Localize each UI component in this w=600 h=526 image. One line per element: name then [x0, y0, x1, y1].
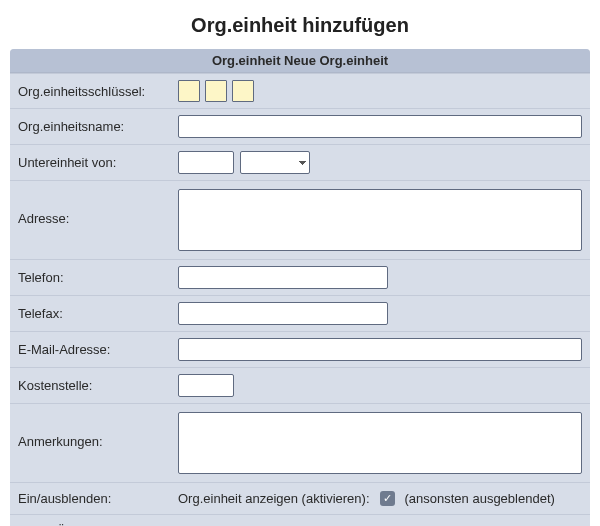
visibility-suffix: (ansonsten ausgeblendet): [405, 491, 555, 506]
fax-input[interactable]: [178, 302, 388, 325]
key-box-1[interactable]: [178, 80, 200, 102]
row-phone: Telefon:: [10, 259, 590, 295]
row-lastchange: Letzte Änderung Die Daten wurden bisher …: [10, 514, 590, 526]
key-box-2[interactable]: [205, 80, 227, 102]
row-costcenter: Kostenstelle:: [10, 367, 590, 403]
field-key: [178, 80, 582, 102]
row-email: E-Mail-Adresse:: [10, 331, 590, 367]
visibility-checkbox[interactable]: ✓: [380, 491, 395, 506]
label-name: Org.einheitsname:: [18, 119, 178, 134]
label-subunit: Untereinheit von:: [18, 155, 178, 170]
notes-textarea[interactable]: [178, 412, 582, 474]
page-title: Org.einheit hinzufügen: [10, 14, 590, 37]
row-fax: Telefax:: [10, 295, 590, 331]
label-fax: Telefax:: [18, 306, 178, 321]
phone-input[interactable]: [178, 266, 388, 289]
row-key: Org.einheitsschlüssel:: [10, 73, 590, 108]
row-address: Adresse:: [10, 180, 590, 259]
label-email: E-Mail-Adresse:: [18, 342, 178, 357]
key-box-3[interactable]: [232, 80, 254, 102]
panel-header: Org.einheit Neue Org.einheit: [10, 49, 590, 73]
row-notes: Anmerkungen:: [10, 403, 590, 482]
label-notes: Anmerkungen:: [18, 412, 178, 449]
label-key: Org.einheitsschlüssel:: [18, 84, 178, 99]
subunit-input[interactable]: [178, 151, 234, 174]
visibility-prefix: Org.einheit anzeigen (aktivieren):: [178, 491, 370, 506]
subunit-select[interactable]: [240, 151, 310, 174]
row-visibility: Ein/ausblenden: Org.einheit anzeigen (ak…: [10, 482, 590, 514]
address-textarea[interactable]: [178, 189, 582, 251]
costcenter-input[interactable]: [178, 374, 234, 397]
email-input[interactable]: [178, 338, 582, 361]
label-address: Adresse:: [18, 189, 178, 226]
label-phone: Telefon:: [18, 270, 178, 285]
name-input[interactable]: [178, 115, 582, 138]
label-costcenter: Kostenstelle:: [18, 378, 178, 393]
row-name: Org.einheitsname:: [10, 108, 590, 144]
label-visibility: Ein/ausblenden:: [18, 491, 178, 506]
row-subunit: Untereinheit von:: [10, 144, 590, 180]
orgunit-form-panel: Org.einheit Neue Org.einheit Org.einheit…: [10, 49, 590, 526]
